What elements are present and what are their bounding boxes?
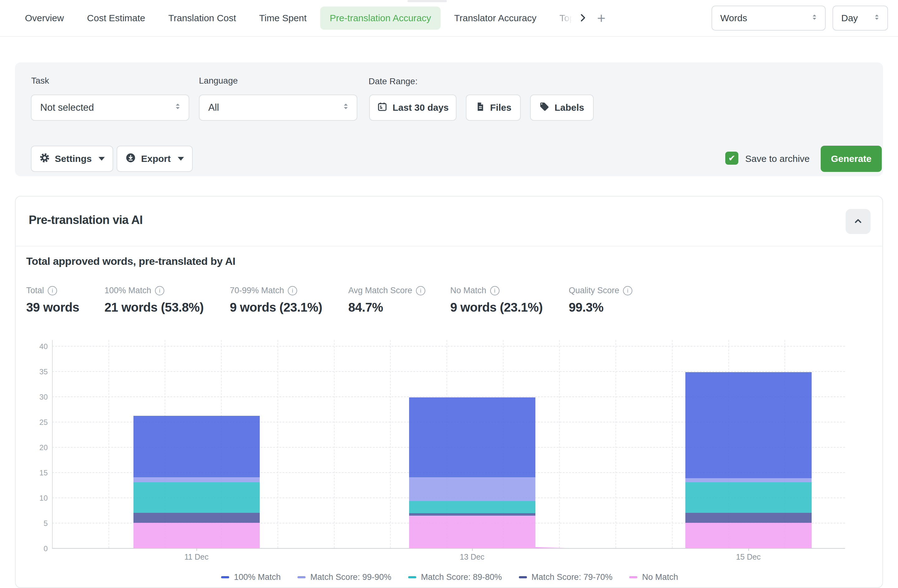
date-range-label: Date Range:: [369, 76, 418, 86]
labels-button-label: Labels: [554, 102, 584, 113]
y-axis-tick-label: 10: [30, 494, 48, 503]
bar-segment-13-dec-match-score-89-80-[interactable]: [409, 501, 535, 513]
legend-label: No Match: [642, 573, 678, 582]
tab-overview[interactable]: Overview: [15, 6, 73, 30]
legend-label: 100% Match: [234, 573, 281, 582]
file-icon: [475, 102, 485, 114]
stat-avg-match-score: Avg Match Scorei 84.7%: [348, 286, 425, 314]
date-range-button-label: Last 30 days: [392, 102, 449, 113]
legend-item-match-score-79-70-[interactable]: Match Score: 79-70%: [519, 573, 613, 582]
generate-button[interactable]: Generate: [821, 146, 882, 172]
bar-segment-11-dec-match-score-89-80-[interactable]: [134, 482, 260, 513]
bar-segment-11-dec-match-score-79-70-[interactable]: [134, 513, 260, 523]
chevron-up-icon: [852, 215, 864, 228]
chevron-right-icon: [577, 12, 588, 24]
tab-cost-estimate[interactable]: Cost Estimate: [78, 6, 155, 30]
stat-label: Quality Score: [569, 286, 619, 296]
horizontal-gridline: [52, 346, 845, 346]
legend-label: Match Score: 99-90%: [310, 573, 391, 582]
bar-segment-15-dec-match-score-89-80-[interactable]: [685, 482, 812, 513]
period-select-value: Day: [841, 13, 858, 23]
download-icon: [125, 152, 136, 165]
period-select[interactable]: Day: [832, 6, 888, 31]
legend-color-dash: [629, 576, 637, 578]
x-axis-tick: [748, 548, 749, 551]
unit-select-value: Words: [720, 13, 747, 23]
chart-legend: 100% MatchMatch Score: 99-90%Match Score…: [26, 573, 873, 582]
export-button[interactable]: Export: [117, 146, 193, 172]
stat-label: Total: [26, 286, 44, 296]
save-to-archive-checkbox[interactable]: ✔: [725, 152, 738, 165]
task-label: Task: [31, 76, 49, 86]
bar-segment-11-dec-100-match[interactable]: [134, 416, 260, 477]
add-report-tab-button[interactable]: +: [592, 9, 611, 28]
horizontal-gridline: [52, 371, 845, 372]
tag-icon: [540, 102, 549, 114]
unit-select[interactable]: Words: [712, 6, 826, 31]
info-icon[interactable]: i: [623, 286, 632, 296]
legend-item-100-match[interactable]: 100% Match: [221, 573, 281, 582]
legend-item-match-score-99-90-[interactable]: Match Score: 99-90%: [297, 573, 391, 582]
card-title: Pre-translation via AI: [29, 213, 143, 227]
files-button-label: Files: [490, 102, 511, 113]
bar-segment-15-dec-match-score-99-90-[interactable]: [685, 478, 812, 482]
bar-segment-13-dec-100-match[interactable]: [409, 397, 535, 477]
gear-icon: [39, 152, 50, 165]
tab-bar-tabs: OverviewCost EstimateTranslation CostTim…: [15, 6, 574, 30]
y-axis-tick-label: 5: [30, 519, 48, 528]
tab-translation-cost[interactable]: Translation Cost: [159, 6, 245, 30]
bar-segment-13-dec-match-score-99-90-[interactable]: [409, 477, 535, 501]
language-select[interactable]: All: [199, 94, 357, 121]
export-button-label: Export: [141, 154, 171, 164]
info-icon[interactable]: i: [288, 286, 297, 296]
baseline-trace: [535, 547, 567, 548]
tab-time-spent[interactable]: Time Spent: [250, 6, 316, 30]
bar-segment-15-dec-match-score-79-70-[interactable]: [685, 513, 812, 523]
bar-segment-11-dec-match-score-99-90-[interactable]: [134, 477, 260, 482]
bar-segment-15-dec-100-match[interactable]: [685, 372, 812, 478]
x-axis-tick-label: 11 Dec: [165, 553, 228, 562]
task-select-value: Not selected: [40, 102, 94, 113]
tab-top[interactable]: Top: [550, 6, 574, 30]
y-axis-tick-label: 25: [30, 418, 48, 427]
y-axis-tick-label: 35: [30, 368, 48, 376]
tabs-scroll-right-button[interactable]: [574, 9, 592, 28]
tab-pre-translation-accuracy[interactable]: Pre-translation Accuracy: [320, 6, 440, 30]
stat-label: 100% Match: [105, 286, 151, 296]
plus-icon: +: [597, 11, 606, 25]
bar-segment-15-dec-no-match[interactable]: [685, 523, 812, 548]
x-axis-tick-label: 15 Dec: [717, 553, 780, 562]
y-axis-tick-label: 40: [30, 342, 48, 351]
settings-button[interactable]: Settings: [31, 146, 113, 172]
save-to-archive-label[interactable]: Save to archive: [745, 154, 810, 164]
checkmark-icon: ✔: [728, 153, 735, 163]
labels-button[interactable]: Labels: [530, 94, 594, 121]
stat-label: 70-99% Match: [230, 286, 284, 296]
info-icon[interactable]: i: [48, 286, 57, 296]
filter-panel: Task Not selected Language All Date Rang…: [15, 62, 883, 176]
x-axis-tick-label: 13 Dec: [441, 553, 503, 562]
date-range-button[interactable]: Last 30 days: [369, 94, 457, 121]
info-icon[interactable]: i: [416, 286, 425, 296]
info-icon[interactable]: i: [490, 286, 500, 296]
bar-segment-13-dec-no-match[interactable]: [409, 516, 535, 548]
x-axis-tick: [197, 548, 197, 551]
sort-arrows-icon: [341, 102, 351, 114]
report-tab-bar: OverviewCost EstimateTranslation CostTim…: [0, 0, 898, 37]
collapse-card-button[interactable]: [846, 209, 870, 234]
stat-70-99-match: 70-99% Matchi 9 words (23.1%): [230, 286, 322, 314]
files-button[interactable]: Files: [466, 94, 521, 121]
legend-item-no-match[interactable]: No Match: [629, 573, 678, 582]
tab-translator-accuracy[interactable]: Translator Accuracy: [445, 6, 546, 30]
sort-arrows-icon: [810, 13, 819, 24]
info-icon[interactable]: i: [155, 286, 165, 296]
bar-segment-11-dec-no-match[interactable]: [134, 523, 260, 548]
caret-down-icon: [98, 157, 105, 161]
calendar-icon: [377, 102, 387, 114]
caret-down-icon: [178, 157, 184, 161]
legend-item-match-score-89-80-[interactable]: Match Score: 89-80%: [408, 573, 502, 582]
bar-segment-13-dec-match-score-79-70-[interactable]: [409, 513, 535, 516]
stat-value: 9 words (23.1%): [230, 300, 322, 314]
task-select[interactable]: Not selected: [31, 94, 189, 121]
card-header: Pre-translation via AI: [15, 197, 883, 246]
